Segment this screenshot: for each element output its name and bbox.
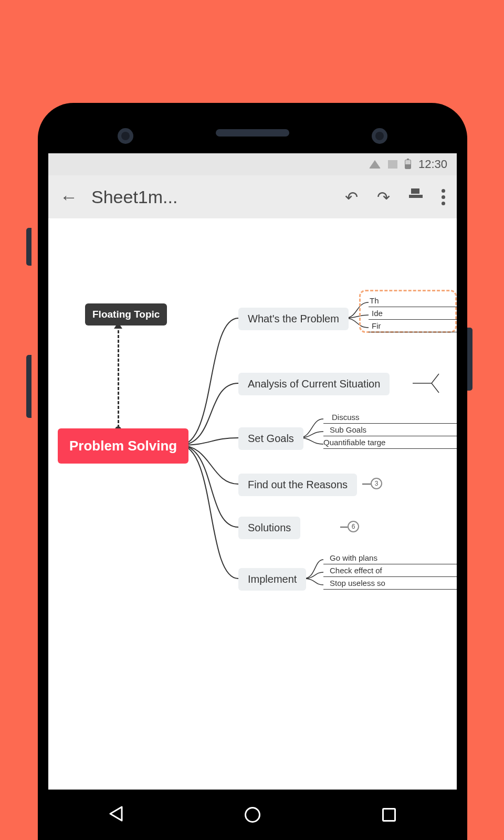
undo-icon[interactable]: ↶ — [345, 188, 358, 206]
redo-icon[interactable]: ↷ — [377, 188, 390, 206]
power-button[interactable] — [467, 328, 472, 391]
leaf-underline — [323, 448, 457, 449]
topic-node-goals[interactable]: Set Goals — [238, 427, 303, 450]
battery-icon — [405, 160, 411, 169]
android-nav-bar — [48, 790, 457, 840]
leaf-topic[interactable]: Sub Goals — [330, 425, 366, 434]
leaf-underline — [323, 423, 457, 424]
format-paint-icon[interactable] — [409, 188, 423, 206]
topic-node-solutions[interactable]: Solutions — [238, 517, 300, 539]
wifi-icon — [369, 160, 381, 169]
app-bar: ← Sheet1m... ↶ ↷ — [48, 175, 457, 218]
leaf-topic[interactable]: Quantifiable targe — [323, 438, 385, 447]
mindmap-canvas[interactable]: Floating Topic Problem Solving What's th… — [48, 218, 457, 789]
more-menu-icon[interactable] — [442, 189, 445, 205]
leaf-topic[interactable]: Fir — [372, 321, 381, 330]
nav-home-button[interactable] — [245, 807, 260, 823]
nav-recent-button[interactable] — [382, 808, 396, 822]
floating-relationship-line — [118, 326, 119, 433]
phone-frame: 12:30 ← Sheet1m... ↶ ↷ — [38, 103, 467, 840]
collapsed-count-badge[interactable]: 6 — [348, 521, 359, 532]
collapsed-count-badge[interactable]: 3 — [371, 478, 382, 489]
topic-node-implement[interactable]: Implement — [238, 568, 306, 591]
leaf-topic[interactable]: Check effect of — [330, 566, 382, 575]
phone-camera-right — [372, 128, 387, 144]
signal-icon — [388, 160, 397, 169]
topic-node-problem[interactable]: What's the Problem — [238, 308, 349, 330]
topic-node-analysis[interactable]: Analysis of Current Situation — [238, 373, 390, 395]
phone-speaker — [216, 129, 289, 136]
leaf-underline — [323, 564, 457, 564]
screen: 12:30 ← Sheet1m... ↶ ↷ — [48, 153, 457, 840]
leaf-topic[interactable]: Discuss — [332, 413, 360, 422]
root-topic-node[interactable]: Problem Solving — [58, 428, 188, 464]
volume-down-button[interactable] — [26, 355, 32, 418]
leaf-underline — [323, 576, 457, 577]
status-time: 12:30 — [418, 158, 447, 171]
back-arrow-icon[interactable]: ← — [60, 187, 78, 207]
volume-up-button[interactable] — [26, 228, 32, 266]
leaf-topic[interactable]: Go with plans — [330, 553, 377, 562]
appbar-actions: ↶ ↷ — [345, 188, 445, 206]
leaf-underline — [323, 589, 457, 590]
leaf-underline — [369, 332, 457, 332]
leaf-underline — [369, 319, 457, 320]
leaf-topic[interactable]: Stop useless so — [330, 579, 385, 587]
leaf-underline — [323, 436, 457, 436]
nav-back-button[interactable] — [109, 806, 123, 824]
floating-topic-node[interactable]: Floating Topic — [85, 303, 167, 326]
document-title[interactable]: Sheet1m... — [91, 187, 331, 207]
leaf-topic[interactable]: Th — [370, 296, 379, 305]
leaf-underline — [369, 307, 457, 307]
topic-node-reasons[interactable]: Find out the Reasons — [238, 474, 357, 496]
status-bar: 12:30 — [48, 153, 457, 175]
phone-camera-left — [118, 128, 133, 144]
svg-marker-0 — [110, 807, 122, 821]
leaf-topic[interactable]: Ide — [372, 309, 383, 318]
